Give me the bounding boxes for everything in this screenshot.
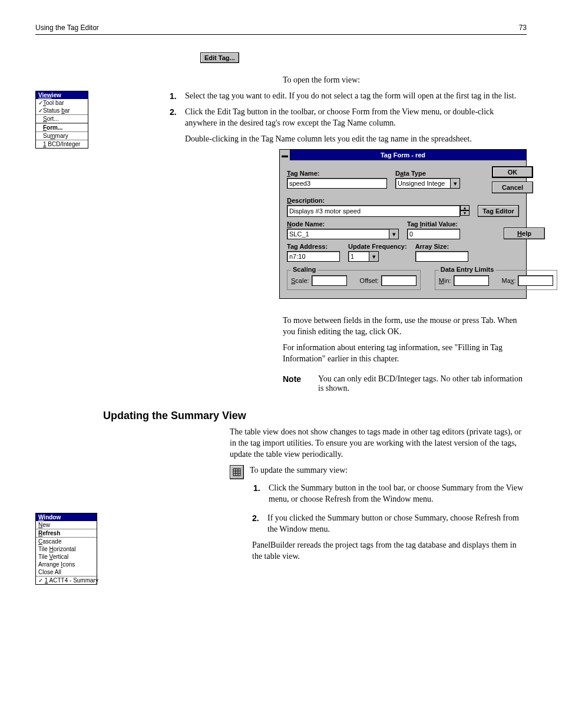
window-menu-closeall[interactable]: Close All (36, 568, 97, 576)
view-menu-form[interactable]: Form... (36, 123, 88, 132)
lbl-min: Min: (439, 277, 451, 284)
window-menu-tile-h[interactable]: Tile Horizontal (36, 545, 97, 553)
sum-step1-num: 1. (253, 483, 269, 505)
data-type-value (395, 178, 451, 189)
grp-scaling: Scaling (291, 266, 318, 273)
update-freq-value (348, 251, 369, 262)
intro-lead: To open the form view: (283, 75, 527, 86)
view-menu-title: Viewiew (36, 91, 88, 99)
svg-rect-0 (233, 469, 240, 476)
lbl-tagname: Tag Name: (287, 170, 387, 177)
node-name-select[interactable]: ▾ (287, 229, 399, 239)
final-para: PanelBuilder rereads the project tags fr… (252, 540, 527, 562)
help-button[interactable]: Help (504, 228, 545, 239)
window-menu-cascade[interactable]: Cascade (36, 538, 97, 545)
system-menu-icon[interactable]: ▬ (280, 150, 290, 160)
lbl-datatype: Data Type (395, 170, 484, 177)
chevron-down-icon[interactable]: ▾ (389, 229, 399, 239)
lbl-max: Max: (502, 277, 516, 284)
lbl-nodename: Node Name: (287, 220, 399, 228)
ok-button[interactable]: OK (492, 166, 533, 178)
after-p2: For information about entering tag infor… (283, 342, 527, 365)
view-menu: Viewiew ✓Tool bar ✓Status bar Sort... Fo… (35, 91, 88, 149)
initial-value-field[interactable] (407, 229, 460, 239)
max-field[interactable] (518, 275, 553, 286)
tag-editor-button[interactable]: Tag Editor (478, 205, 519, 217)
step-1-num: 1. (170, 91, 185, 102)
header-left: Using the Tag Editor (35, 24, 99, 32)
summary-toolbar-icon[interactable] (230, 465, 244, 479)
section-heading: Updating the Summary View (103, 410, 527, 422)
after-p1: To move between fields in the form, use … (283, 315, 527, 338)
tag-name-field[interactable] (287, 178, 387, 189)
scale-field[interactable] (312, 275, 347, 286)
lbl-updatefreq: Update Frequency: (348, 243, 407, 250)
node-name-value (287, 229, 389, 239)
lbl-scale: Scale: (291, 277, 309, 284)
window-menu-doc[interactable]: ✓ 1 ACTT4 - Summary (36, 577, 97, 584)
window-menu-refresh[interactable]: Refresh (36, 529, 97, 538)
sum-step1-text: Click the Summary button in the tool bar… (269, 483, 527, 505)
step-1-text: Select the tag you want to edit. If you … (185, 91, 527, 102)
offset-field[interactable] (381, 275, 416, 286)
lbl-tagaddress: Tag Address: (287, 243, 340, 250)
description-field[interactable] (287, 205, 460, 217)
grp-limits: Data Entry Limits (439, 266, 495, 273)
lbl-arraysize: Array Size: (415, 243, 504, 250)
array-size-field[interactable] (415, 251, 468, 262)
tag-address-field[interactable] (287, 251, 340, 262)
header-right: 73 (519, 24, 527, 32)
sum-step2-text: If you clicked the Summary button or cho… (267, 513, 527, 535)
scroll-up-icon[interactable]: ▲ (460, 205, 470, 210)
step-2-note: Double-clicking in the Tag Name column l… (185, 134, 527, 145)
view-menu-summary[interactable]: Summary (36, 132, 88, 140)
chevron-down-icon[interactable]: ▾ (369, 251, 379, 262)
step-2-num: 2. (170, 107, 185, 129)
window-menu: Window New Refresh Cascade Tile Horizont… (35, 513, 97, 585)
chevron-down-icon[interactable]: ▾ (451, 178, 460, 189)
min-field[interactable] (454, 275, 489, 286)
window-menu-tile-v[interactable]: Tile Vertical (36, 553, 97, 561)
note-body: You can only edit BCD/Integer tags. No o… (318, 374, 527, 393)
tag-form-dialog: ▬ Tag Form - red Tag Name: Data Type (279, 149, 527, 299)
view-menu-bcd[interactable]: 1 BCD/Integer (36, 140, 88, 148)
note-label: Note (283, 374, 306, 393)
window-menu-new[interactable]: New (36, 521, 97, 529)
cancel-button[interactable]: Cancel (492, 182, 533, 193)
lbl-description: Description: (287, 197, 470, 204)
view-menu-sort[interactable]: Sort... (36, 115, 88, 123)
scroll-down-icon[interactable]: ▼ (460, 210, 470, 216)
window-menu-arrange[interactable]: Arrange Icons (36, 561, 97, 568)
dialog-title: Tag Form - red (290, 151, 526, 159)
sum-step2-num: 2. (252, 513, 267, 535)
summary-p1: The table view does not show changes to … (230, 427, 527, 460)
view-menu-statusbar[interactable]: ✓Status bar (36, 107, 88, 114)
grid-icon (233, 468, 241, 476)
view-menu-toolbar[interactable]: ✓Tool bar (36, 99, 88, 107)
lbl-offset: Offset: (360, 277, 379, 284)
window-menu-title: Window (36, 513, 97, 521)
summary-p2: To update the summary view: (250, 465, 527, 476)
step-2-text: Click the Edit Tag button in the toolbar… (185, 107, 527, 129)
data-type-select[interactable]: ▾ (395, 178, 460, 189)
lbl-initial: Tag Initial Value: (407, 220, 495, 228)
header-rule (35, 34, 527, 35)
edit-tag-toolbar-button[interactable]: Edit Tag... (200, 52, 239, 63)
update-freq-select[interactable]: ▾ (348, 251, 379, 262)
